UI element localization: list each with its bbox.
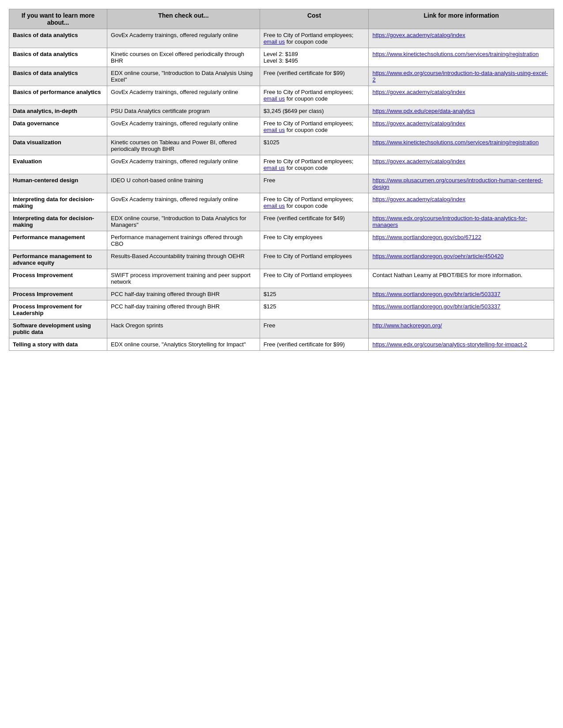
table-row: Basics of data analyticsGovEx Academy tr… xyxy=(9,29,554,48)
link-cell: https://www.portlandoregon.gov/cbo/67122 xyxy=(369,231,554,250)
topic-cell: Process Improvement xyxy=(9,288,107,300)
topic-cell: Basics of data analytics xyxy=(9,48,107,67)
resource-link[interactable]: https://www.portlandoregon.gov/cbo/67122 xyxy=(372,234,481,240)
link-cell: https://www.plusacumen.org/courses/intro… xyxy=(369,174,554,193)
table-row: Performance management to advance equity… xyxy=(9,250,554,269)
link-cell: https://www.kinetictechsolutions.com/ser… xyxy=(369,136,554,155)
table-row: Process ImprovementSWIFT process improve… xyxy=(9,269,554,288)
cost-cell: $3,245 ($649 per class) xyxy=(260,105,369,117)
cost-cell: $1025 xyxy=(260,136,369,155)
cost-cell: Free to City of Portland employees; emai… xyxy=(260,29,369,48)
table-row: Data analytics, in-depthPSU Data Analyti… xyxy=(9,105,554,117)
topic-cell: Interpreting data for decision-making xyxy=(9,212,107,231)
topic-cell: Human-centered design xyxy=(9,174,107,193)
link-cell: https://govex.academy/catalog/index xyxy=(369,155,554,174)
topic-cell: Data analytics, in-depth xyxy=(9,105,107,117)
link-cell: https://govex.academy/catalog/index xyxy=(369,117,554,136)
cost-cell: $125 xyxy=(260,288,369,300)
resource-link[interactable]: https://www.portlandoregon.gov/bhr/artic… xyxy=(372,303,500,310)
resource-cell: GovEx Academy trainings, offered regular… xyxy=(107,193,260,212)
link-cell: https://www.portlandoregon.gov/oehr/arti… xyxy=(369,250,554,269)
email-link[interactable]: email us xyxy=(264,203,285,209)
table-row: Basics of data analyticsEDX online cours… xyxy=(9,67,554,86)
link-cell: https://www.pdx.edu/cepe/data-analytics xyxy=(369,105,554,117)
table-row: Process ImprovementPCC half-day training… xyxy=(9,288,554,300)
resource-link[interactable]: https://govex.academy/catalog/index xyxy=(372,89,465,95)
topic-cell: Process Improvement xyxy=(9,269,107,288)
cost-cell: Free to City of Portland employees; emai… xyxy=(260,193,369,212)
table-row: Interpreting data for decision-makingGov… xyxy=(9,193,554,212)
table-row: Data visualizationKinetic courses on Tab… xyxy=(9,136,554,155)
link-cell: https://govex.academy/catalog/index xyxy=(369,86,554,105)
topic-cell: Data governance xyxy=(9,117,107,136)
resource-cell: Hack Oregon sprints xyxy=(107,319,260,338)
link-cell: https://www.edx.org/course/analytics-sto… xyxy=(369,338,554,351)
link-cell: Contact Nathan Leamy at PBOT/BES for mor… xyxy=(369,269,554,288)
link-cell: https://govex.academy/catalog/index xyxy=(369,29,554,48)
cost-cell: $125 xyxy=(260,300,369,319)
email-link[interactable]: email us xyxy=(264,95,285,102)
resource-link[interactable]: https://www.kinetictechsolutions.com/ser… xyxy=(372,139,538,146)
resource-cell: Kinetic courses on Excel offered periodi… xyxy=(107,48,260,67)
topic-cell: Interpreting data for decision-making xyxy=(9,193,107,212)
resource-link[interactable]: http://www.hackoregon.org/ xyxy=(372,322,442,329)
topic-cell: Basics of data analytics xyxy=(9,29,107,48)
resource-cell: EDX online course, "Introduction to Data… xyxy=(107,212,260,231)
resource-link[interactable]: https://www.portlandoregon.gov/bhr/artic… xyxy=(372,291,500,297)
table-row: Basics of data analyticsKinetic courses … xyxy=(9,48,554,67)
resource-link[interactable]: https://www.portlandoregon.gov/oehr/arti… xyxy=(372,253,503,259)
topic-cell: Basics of data analytics xyxy=(9,67,107,86)
table-row: Process Improvement for LeadershipPCC ha… xyxy=(9,300,554,319)
resource-cell: GovEx Academy trainings, offered regular… xyxy=(107,155,260,174)
link-cell: https://www.edx.org/course/introduction-… xyxy=(369,67,554,86)
table-row: Interpreting data for decision-makingEDX… xyxy=(9,212,554,231)
resource-cell: PCC half-day training offered through BH… xyxy=(107,300,260,319)
cost-cell: Free to City of Portland employees xyxy=(260,269,369,288)
email-link[interactable]: email us xyxy=(264,127,285,133)
topic-cell: Process Improvement for Leadership xyxy=(9,300,107,319)
resource-cell: Results-Based Accountability training th… xyxy=(107,250,260,269)
cost-cell: Free (verified certificate for $49) xyxy=(260,212,369,231)
topic-cell: Basics of performance analytics xyxy=(9,86,107,105)
resource-link[interactable]: https://www.edx.org/course/analytics-sto… xyxy=(372,341,527,348)
header-link: Link for more information xyxy=(369,9,554,29)
resource-link[interactable]: https://www.plusacumen.org/courses/intro… xyxy=(372,177,543,190)
resource-link[interactable]: https://govex.academy/catalog/index xyxy=(372,32,465,38)
topic-cell: Data visualization xyxy=(9,136,107,155)
topic-cell: Performance management xyxy=(9,231,107,250)
resource-cell: IDEO U cohort-based online training xyxy=(107,174,260,193)
resource-link[interactable]: https://www.kinetictechsolutions.com/ser… xyxy=(372,51,538,57)
resource-link[interactable]: https://govex.academy/catalog/index xyxy=(372,196,465,203)
cost-cell: Free to City of Portland employees; emai… xyxy=(260,155,369,174)
link-cell: http://www.hackoregon.org/ xyxy=(369,319,554,338)
resource-link[interactable]: https://www.edx.org/course/introduction-… xyxy=(372,70,548,83)
resource-link[interactable]: https://www.pdx.edu/cepe/data-analytics xyxy=(372,108,475,114)
link-cell: https://www.kinetictechsolutions.com/ser… xyxy=(369,48,554,67)
topic-cell: Telling a story with data xyxy=(9,338,107,351)
table-row: Basics of performance analyticsGovEx Aca… xyxy=(9,86,554,105)
cost-cell: Free xyxy=(260,319,369,338)
table-row: Telling a story with dataEDX online cour… xyxy=(9,338,554,351)
table-row: Human-centered designIDEO U cohort-based… xyxy=(9,174,554,193)
resource-link[interactable]: https://govex.academy/catalog/index xyxy=(372,120,465,127)
link-cell: https://govex.academy/catalog/index xyxy=(369,193,554,212)
cost-cell: Free xyxy=(260,174,369,193)
resource-cell: Performance management trainings offered… xyxy=(107,231,260,250)
table-row: Software development using public dataHa… xyxy=(9,319,554,338)
resource-link[interactable]: https://govex.academy/catalog/index xyxy=(372,158,465,165)
resource-cell: EDX online course, "Introduction to Data… xyxy=(107,67,260,86)
topic-cell: Performance management to advance equity xyxy=(9,250,107,269)
resource-cell: Kinetic courses on Tableau and Power BI,… xyxy=(107,136,260,155)
header-topic: If you want to learn more about... xyxy=(9,9,107,29)
link-cell: https://www.portlandoregon.gov/bhr/artic… xyxy=(369,288,554,300)
topic-cell: Evaluation xyxy=(9,155,107,174)
resource-link[interactable]: https://www.edx.org/course/introduction-… xyxy=(372,215,527,228)
resource-cell: GovEx Academy trainings, offered regular… xyxy=(107,117,260,136)
table-row: Performance managementPerformance manage… xyxy=(9,231,554,250)
table-row: Data governanceGovEx Academy trainings, … xyxy=(9,117,554,136)
email-link[interactable]: email us xyxy=(264,38,285,45)
cost-cell: Free (verified certificate for $99) xyxy=(260,67,369,86)
email-link[interactable]: email us xyxy=(264,165,285,171)
cost-cell: Free to City of Portland employees; emai… xyxy=(260,117,369,136)
topic-cell: Software development using public data xyxy=(9,319,107,338)
